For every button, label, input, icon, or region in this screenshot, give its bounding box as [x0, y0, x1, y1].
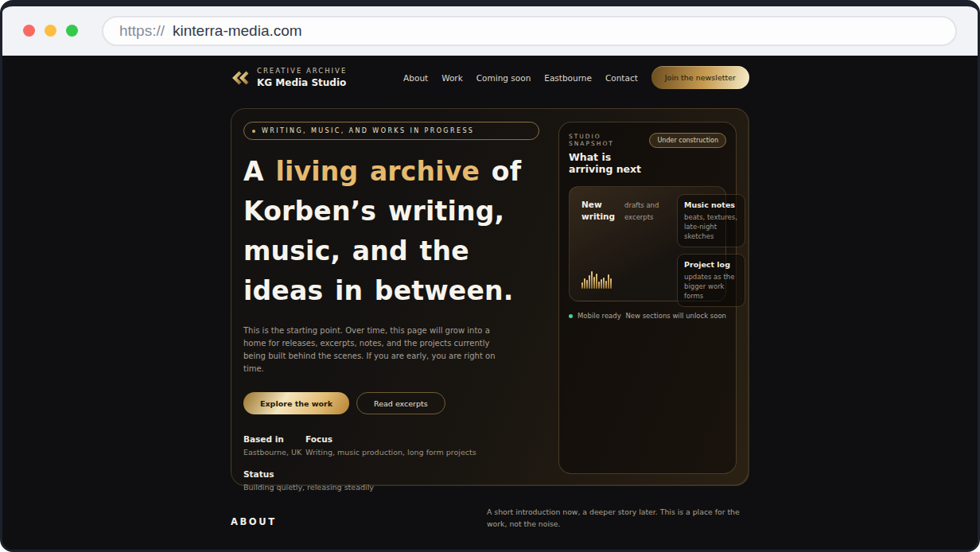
site-header: CREATIVE ARCHIVE KG Media Studio AboutWo…: [231, 56, 749, 89]
equalizer-bar: [610, 278, 612, 289]
studio-snapshot-card: STUDIO SNAPSHOT What is arriving next Un…: [558, 122, 737, 474]
snapshot-eyebrow: STUDIO SNAPSHOT: [569, 133, 649, 147]
snapshot-mini-cards: Music notesbeats, textures, late-night s…: [677, 194, 745, 293]
equalizer-bar: [584, 278, 585, 289]
browser-window: https:// kinterra-media.com CREATIVE ARC…: [0, 0, 980, 552]
meta-item-status: StatusBuilding quietly, releasing steadi…: [243, 469, 539, 492]
unlock-note: New sections will unlock soon: [625, 312, 726, 320]
brand-name: KG Media Studio: [257, 77, 347, 88]
badge-dot-icon: [252, 130, 255, 133]
mini-card-music-notes: Music notesbeats, textures, late-night s…: [677, 194, 745, 247]
new-writing-block: New writing drafts and excerpts: [577, 194, 671, 293]
snapshot-header: STUDIO SNAPSHOT What is arriving next Un…: [569, 133, 726, 175]
equalizer-bar: [608, 274, 609, 289]
equalizer-bar: [581, 282, 583, 289]
heading-highlight: living archive: [275, 156, 480, 187]
equalizer-bar: [605, 281, 607, 289]
equalizer-bar: [603, 278, 605, 289]
mini-card-desc: updates as the bigger work forms: [684, 272, 738, 301]
equalizer-bar: [598, 282, 600, 289]
hero-buttons: Explore the work Read excerpts: [243, 392, 539, 414]
browser-chrome: https:// kinterra-media.com: [2, 6, 978, 56]
double-chevron-logo-icon: [231, 70, 250, 86]
hero-heading: A living archive of Korben’s writing, mu…: [243, 152, 539, 311]
snapshot-titles: STUDIO SNAPSHOT What is arriving next: [569, 133, 649, 175]
close-button[interactable]: [23, 25, 35, 37]
new-writing-title: New writing: [581, 199, 616, 224]
read-excerpts-button[interactable]: Read excerpts: [356, 392, 445, 414]
new-writing-desc: drafts and excerpts: [624, 199, 671, 224]
traffic-lights: [23, 25, 78, 37]
hero-card: WRITING, MUSIC, AND WORKS IN PROGRESS A …: [231, 108, 749, 486]
equalizer-bar: [601, 279, 602, 289]
url-host: kinterra-media.com: [173, 22, 302, 40]
mini-card-title: Project log: [684, 260, 738, 269]
explore-work-button[interactable]: Explore the work: [243, 392, 349, 414]
status-dot-icon: [569, 314, 573, 318]
meta-value: Eastbourne, UK: [243, 448, 305, 457]
url-bar[interactable]: https:// kinterra-media.com: [102, 16, 957, 46]
brand-text: CREATIVE ARCHIVE KG Media Studio: [257, 67, 347, 88]
equalizer-bar: [596, 274, 597, 289]
equalizer-bar: [589, 275, 590, 289]
about-section: ABOUT A short introduction now, a deeper…: [231, 506, 749, 530]
mini-card-desc: beats, textures, late-night sketches: [684, 212, 738, 241]
newsletter-button[interactable]: Join the newsletter: [651, 66, 749, 89]
snapshot-footer: Mobile ready New sections will unlock so…: [569, 312, 726, 320]
mobile-ready-label: Mobile ready: [578, 312, 621, 320]
about-heading: ABOUT: [231, 516, 277, 527]
meta-item-based-in: Based inEastbourne, UK: [243, 434, 305, 457]
url-scheme: https://: [119, 22, 165, 40]
brand-eyebrow: CREATIVE ARCHIVE: [257, 67, 347, 75]
snapshot-title: What is arriving next: [569, 151, 649, 175]
web-page: CREATIVE ARCHIVE KG Media Studio AboutWo…: [2, 56, 978, 550]
nav-link-contact[interactable]: Contact: [605, 73, 638, 83]
zoom-button[interactable]: [66, 25, 78, 37]
equalizer-bar: [593, 277, 595, 289]
meta-label: Focus: [305, 434, 539, 444]
heading-pre: A: [243, 156, 275, 187]
hero-badge: WRITING, MUSIC, AND WORKS IN PROGRESS: [243, 122, 539, 140]
nav-link-coming-soon[interactable]: Coming soon: [476, 73, 531, 83]
new-writing-row: New writing drafts and excerpts: [581, 199, 671, 224]
about-text: A short introduction now, a deeper story…: [487, 506, 749, 530]
nav-link-work[interactable]: Work: [441, 73, 463, 83]
brand[interactable]: CREATIVE ARCHIVE KG Media Studio: [231, 67, 347, 88]
mobile-ready-status: Mobile ready: [569, 312, 621, 320]
meta-grid: Based inEastbourne, UKFocusWriting, musi…: [243, 434, 539, 492]
mini-card-title: Music notes: [684, 200, 738, 209]
minimize-button[interactable]: [45, 25, 56, 37]
equalizer-bar: [586, 280, 588, 289]
hero-content: WRITING, MUSIC, AND WORKS IN PROGRESS A …: [243, 122, 558, 472]
nav-link-eastbourne[interactable]: Eastbourne: [544, 73, 592, 83]
equalizer-bar: [591, 271, 593, 289]
meta-label: Status: [243, 469, 539, 479]
meta-label: Based in: [243, 434, 305, 444]
equalizer-bars-icon: [581, 268, 671, 289]
hero-badge-label: WRITING, MUSIC, AND WORKS IN PROGRESS: [262, 127, 474, 134]
nav-link-about[interactable]: About: [403, 73, 428, 83]
snapshot-panel: New writing drafts and excerpts Music no…: [569, 186, 726, 301]
hero-paragraph: This is the starting point. Over time, t…: [243, 325, 509, 375]
meta-value: Writing, music production, long form pro…: [305, 448, 539, 457]
mini-card-project-log: Project logupdates as the bigger work fo…: [677, 254, 745, 307]
under-construction-badge: Under construction: [649, 133, 726, 148]
meta-item-focus: FocusWriting, music production, long for…: [305, 434, 539, 457]
meta-value: Building quietly, releasing steadily: [243, 483, 539, 492]
main-nav: AboutWorkComing soonEastbourneContact: [403, 73, 638, 83]
